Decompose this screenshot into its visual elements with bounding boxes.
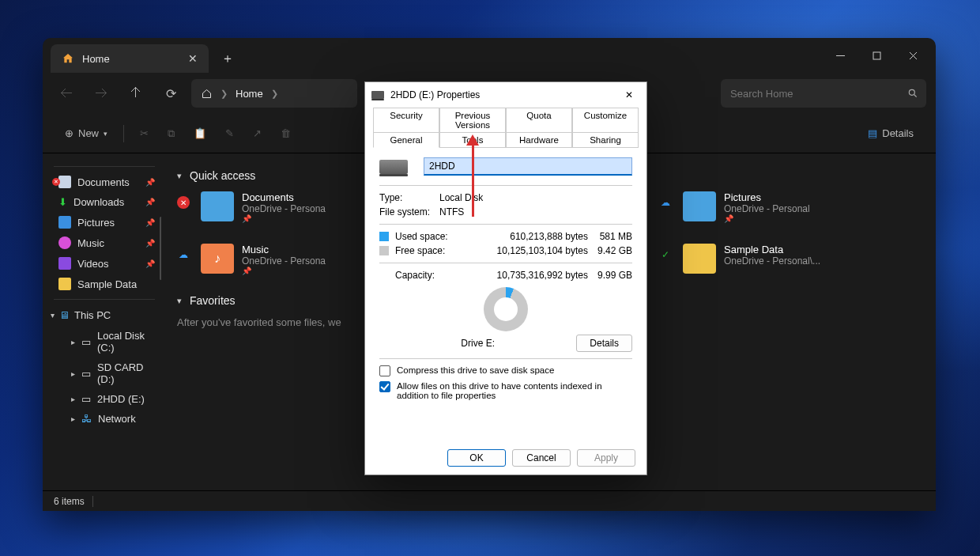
folder-icon [58, 278, 71, 290]
videos-icon [58, 257, 71, 270]
sidebar-drive-e[interactable]: ▸▭2HDD (E:) [47, 389, 161, 409]
item-name: Sample Data [724, 244, 820, 255]
apply-button[interactable]: Apply [577, 449, 635, 467]
sidebar-item-music[interactable]: Music📌 [47, 233, 161, 253]
sync-cloud-icon: ☁ [659, 196, 672, 209]
sidebar-network[interactable]: ▸🖧Network [47, 409, 161, 429]
drive-e-label: Drive E: [379, 338, 576, 349]
cancel-button[interactable]: Cancel [512, 449, 571, 467]
used-bytes: 610,213,888 bytes [485, 231, 588, 242]
quick-item-sample-data[interactable]: ✓ Sample DataOneDrive - Personal\... [659, 244, 857, 275]
search-input[interactable] [730, 88, 917, 100]
folder-icon [683, 191, 716, 221]
sidebar-item-pictures[interactable]: Pictures📌 [47, 212, 161, 233]
sidebar-item-sample-data[interactable]: Sample Data [47, 274, 161, 294]
chevron-right-icon: ▸ [71, 369, 75, 378]
details-button[interactable]: Details [576, 335, 632, 352]
minimize-button[interactable] [822, 43, 858, 68]
tab-hardware[interactable]: Hardware [506, 132, 572, 148]
label: SD CARD (D:) [97, 361, 155, 385]
details-label: Details [882, 127, 914, 139]
breadcrumb[interactable]: ❯ Home ❯ [191, 79, 357, 108]
sidebar-item-videos[interactable]: Videos📌 [47, 253, 161, 274]
sidebar-drive-d[interactable]: ▸▭SD CARD (D:) [47, 357, 161, 389]
back-button[interactable]: 🡠 [52, 79, 81, 108]
pin-icon: 📌 [145, 178, 155, 187]
tab-tools[interactable]: Tools [439, 132, 506, 148]
network-icon: 🖧 [81, 413, 92, 425]
search-box[interactable] [721, 79, 926, 108]
rename-button[interactable]: ✎ [217, 120, 242, 147]
svg-point-1 [909, 89, 914, 95]
tab-close-icon[interactable]: ✕ [188, 52, 198, 65]
share-button[interactable]: ↗ [245, 120, 270, 147]
forward-button[interactable]: 🡢 [87, 79, 115, 108]
item-name: Documents [242, 191, 326, 203]
new-tab-button[interactable]: ＋ [215, 46, 240, 71]
free-label: Free space: [395, 245, 485, 256]
index-label: Allow files on this drive to have conten… [397, 381, 632, 400]
up-button[interactable]: 🡡 [122, 79, 150, 108]
item-name: Music [242, 244, 326, 255]
free-color-icon [379, 246, 389, 255]
chevron-right-icon: ▸ [71, 338, 75, 346]
status-items: 6 items [54, 496, 85, 507]
dialog-close-button[interactable]: ✕ [618, 84, 640, 106]
sidebar-item-documents[interactable]: ✕Documents📌 [47, 172, 161, 192]
refresh-button[interactable]: ⟳ [156, 79, 185, 108]
paste-icon: 📋 [194, 127, 206, 139]
sync-ok-icon: ✓ [659, 248, 672, 261]
ok-button[interactable]: OK [447, 449, 506, 467]
quick-item-documents[interactable]: ✕ DocumentsOneDrive - Persona📌 [177, 191, 375, 223]
maximize-button[interactable] [858, 43, 895, 68]
type-value: Local Disk [439, 192, 483, 203]
copy-icon: ⧉ [168, 127, 175, 140]
sidebar-drive-c[interactable]: ▸▭Local Disk (C:) [47, 326, 161, 357]
cut-button[interactable]: ✂ [132, 120, 156, 147]
quick-item-music[interactable]: ☁ ♪ MusicOneDrive - Persona📌 [177, 244, 375, 275]
drive-name-input[interactable] [424, 157, 632, 176]
capacity-label: Capacity: [379, 270, 439, 281]
new-button[interactable]: ⊕New▾ [57, 120, 115, 147]
paste-button[interactable]: 📋 [186, 120, 214, 147]
tab-customize[interactable]: Customize [572, 108, 639, 132]
pc-icon: 🖥 [59, 309, 70, 321]
capacity-bytes: 10,735,316,992 bytes [439, 270, 588, 281]
tab-quota[interactable]: Quota [506, 108, 572, 132]
checkbox-checked-icon[interactable] [379, 381, 390, 392]
details-view-button[interactable]: ▤Details [860, 120, 922, 147]
close-button[interactable] [895, 43, 931, 68]
breadcrumb-home[interactable]: Home [236, 88, 263, 100]
copy-button[interactable]: ⧉ [160, 120, 183, 147]
sidebar-this-pc[interactable]: ▾🖥This PC [47, 304, 161, 326]
sync-cloud-icon: ☁ [177, 248, 190, 261]
index-checkbox-row[interactable]: Allow files on this drive to have conten… [379, 381, 632, 400]
tab-general[interactable]: General [373, 132, 439, 148]
pin-icon: 📌 [145, 259, 155, 268]
chevron-right-icon: ❯ [220, 89, 228, 99]
used-color-icon [379, 232, 389, 241]
tab-security[interactable]: Security [373, 108, 439, 132]
delete-button[interactable]: 🗑 [273, 120, 299, 147]
tab-previous-versions[interactable]: Previous Versions [439, 108, 506, 132]
sync-error-icon: ✕ [177, 196, 190, 209]
sidebar-item-downloads[interactable]: ⬇Downloads📌 [47, 192, 161, 212]
quick-item-pictures[interactable]: ☁ PicturesOneDrive - Personal📌 [659, 191, 857, 223]
tab-sharing[interactable]: Sharing [572, 132, 639, 148]
home-icon [201, 88, 213, 100]
tab-home[interactable]: Home ✕ [51, 44, 209, 73]
pin-icon: 📌 [145, 239, 155, 248]
sync-error-icon: ✕ [52, 178, 60, 186]
used-label: Used space: [395, 231, 485, 242]
compress-checkbox-row[interactable]: Compress this drive to save disk space [379, 365, 632, 376]
drive-icon: ▭ [81, 336, 91, 348]
dialog-titlebar: 2HDD (E:) Properties ✕ [365, 82, 646, 108]
item-sub: OneDrive - Persona [242, 203, 326, 214]
scissors-icon: ✂ [140, 127, 149, 139]
document-icon [58, 176, 71, 188]
statusbar: 6 items [43, 490, 936, 511]
item-sub: OneDrive - Persona [242, 255, 326, 267]
used-human: 581 MB [588, 231, 632, 242]
label: Music [77, 237, 104, 249]
checkbox-icon[interactable] [379, 365, 390, 376]
